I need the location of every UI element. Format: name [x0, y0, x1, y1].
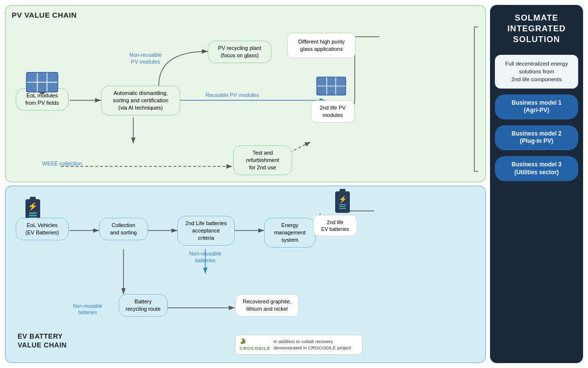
collection-sorting-label: Collection and sorting	[104, 222, 143, 236]
solar-panel-icon	[25, 69, 59, 94]
auto-dismantle-box: Automatic dismantling, sorting and certi…	[101, 86, 180, 115]
pv-container: EoL modules from PV fields Non-reusable …	[12, 22, 479, 188]
pv-chain: PV VALUE CHAIN	[5, 5, 486, 183]
ev-chain-title: EV BATTERY VALUE CHAIN	[18, 332, 67, 349]
eol-modules-label: EoL modules from PV fields	[21, 92, 63, 107]
main-area: PV VALUE CHAIN	[0, 0, 490, 368]
battery-recycling-box: Battery recycling route	[119, 294, 168, 317]
solmate-card4-text: Business model 3 (Utilities sector)	[512, 161, 562, 176]
pv-recycling-box: PV recycling plant (focus on glass)	[208, 41, 271, 63]
solmate-card1-text: Full decentralized energy solutions from…	[505, 61, 568, 82]
acceptance-criteria-box: 2nd Life batteries acceptance criteria	[177, 216, 235, 246]
second-life-pv-area: 2nd life PV modules	[311, 100, 355, 123]
collection-sorting-box: Collection and sorting	[99, 218, 148, 240]
ev-arrows-svg	[12, 191, 479, 357]
solmate-card-full-decentralized: Full decentralized energy solutions from…	[495, 55, 578, 88]
eol-vehicles-label: EoL Vehicles (EV Batteries)	[21, 222, 63, 236]
pv-recycling-label: PV recycling plant (focus on glass)	[213, 45, 266, 59]
solmate-card-bm2: Business model 2 (Plug-in PV)	[495, 125, 578, 150]
second-life-pv-box: 2nd life PV modules	[311, 100, 355, 123]
second-life-pv-label: 2nd life PV modules	[316, 104, 349, 119]
weee-label: WEEE collection	[42, 160, 91, 167]
svg-rect-14	[40, 92, 44, 94]
energy-management-box: Energy management system	[264, 218, 316, 248]
second-life-ev-box: 2nd life EV batteries	[313, 215, 357, 236]
recovered-materials-box: Recovered graphite, lithium and nickel	[235, 294, 299, 317]
solmate-card-bm1: Business model 1 (Agri-PV)	[495, 94, 578, 119]
solmate-card-bm3: Business model 3 (Utilities sector)	[495, 156, 578, 181]
solmate-card2-text: Business model 1 (Agri-PV)	[512, 99, 562, 114]
croc-logo: 🐊 CROCODILE	[240, 338, 270, 352]
solar-panel-icon-2	[316, 73, 347, 97]
second-life-ev-label: 2nd life EV batteries	[318, 219, 352, 232]
solmate-title: SOLMATE INTEGRATED SOLUTION	[507, 13, 565, 45]
test-refurb-box: Test and refurbishment for 2nd use	[233, 145, 292, 175]
energy-management-label: Energy management system	[270, 222, 310, 244]
non-reusable-pv-label: Non-reusable PV modules	[123, 51, 168, 66]
non-reusable-batteries-label: Non-reusable batteries	[178, 250, 232, 264]
high-purity-label: Different high purity glass applications	[293, 38, 350, 53]
acceptance-criteria-label: 2nd Life batteries acceptance criteria	[183, 220, 229, 242]
non-reusable-batteries-label2: Non-reusable batteries	[61, 303, 115, 316]
high-purity-box: Different high purity glass applications	[287, 33, 356, 58]
ev-battery-icon-2: ⚡	[335, 191, 350, 213]
bracket-svg	[469, 22, 479, 188]
crocodile-text: In addition to cobalt recovery demonstra…	[273, 339, 351, 351]
ev-container: EV BATTERY VALUE CHAIN ⚡ EoL Vehicles (E…	[12, 191, 479, 357]
solmate-card3-text: Business model 2 (Plug-in PV)	[512, 130, 562, 145]
solmate-sidebar: SOLMATE INTEGRATED SOLUTION Full decentr…	[490, 5, 583, 363]
second-life-ev-area: ⚡ 2nd life EV batteries	[313, 191, 357, 236]
crocodile-box: 🐊 CROCODILE In addition to cobalt recove…	[235, 335, 363, 355]
pv-chain-title: PV VALUE CHAIN	[12, 11, 479, 19]
auto-dismantle-label: Automatic dismantling, sorting and certi…	[106, 90, 175, 112]
test-refurb-label: Test and refurbishment for 2nd use	[239, 149, 287, 171]
recovered-materials-label: Recovered graphite, lithium and nickel	[241, 298, 294, 313]
eol-vehicles-box: EoL Vehicles (EV Batteries)	[16, 218, 69, 240]
reusable-pv-label: Reusable PV modules	[183, 92, 281, 98]
battery-recycling-label: Battery recycling route	[124, 298, 162, 313]
ev-chain: EV BATTERY VALUE CHAIN ⚡ EoL Vehicles (E…	[5, 185, 486, 363]
